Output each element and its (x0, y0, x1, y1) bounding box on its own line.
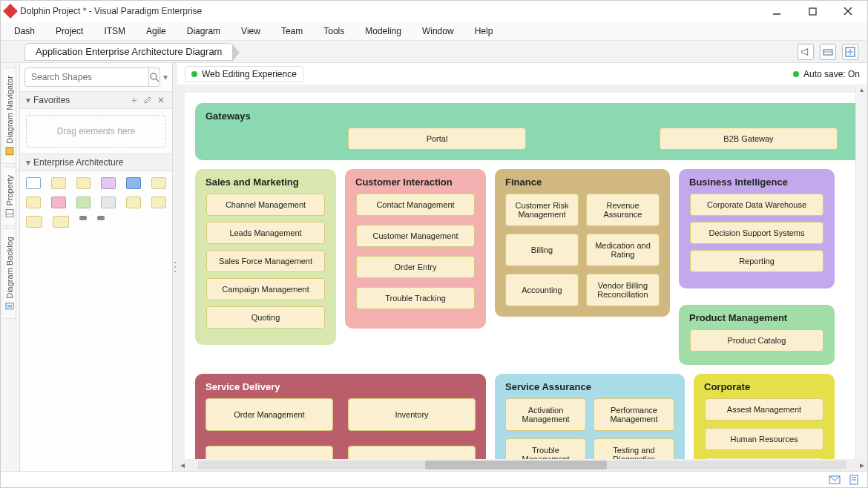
minimize-button[interactable] (766, 4, 787, 19)
mail-icon[interactable] (829, 474, 841, 486)
palette-shape[interactable] (126, 177, 141, 189)
gateway-item[interactable]: B2B Gateway (660, 128, 838, 150)
document-icon[interactable] (848, 474, 860, 486)
diagram-tab[interactable]: Application Enterprise Architecture Diag… (24, 43, 233, 61)
close-favorite-icon[interactable]: ✕ (156, 95, 166, 105)
menu-project[interactable]: Project (56, 26, 83, 36)
palette-shape[interactable] (26, 177, 41, 189)
finance-item[interactable]: Medication and Rating (586, 234, 660, 266)
scroll-thumb[interactable] (425, 461, 607, 469)
bi-item[interactable]: Reporting (690, 250, 823, 272)
menu-agile[interactable]: Agile (146, 26, 166, 36)
menu-window[interactable]: Window (422, 26, 454, 36)
group-product-management[interactable]: Product Management Product Catalog (679, 305, 835, 365)
delivery-item[interactable]: Service Image (206, 446, 333, 459)
gateway-item[interactable]: Portal (348, 128, 526, 150)
group-service-assurance[interactable]: Service Assurance Activation Management … (495, 374, 685, 459)
sales-item[interactable]: Channel Management (206, 194, 325, 216)
menu-modeling[interactable]: Modeling (365, 26, 401, 36)
palette-shape[interactable] (151, 177, 166, 189)
palette-shape[interactable] (26, 197, 41, 208)
delivery-item[interactable]: Inventory (348, 398, 476, 431)
new-diagram-icon[interactable] (842, 44, 858, 60)
canvas[interactable]: Gateways Portal B2B Gateway Sales and Ma… (185, 93, 855, 459)
sales-item[interactable]: Campaign Management (206, 278, 325, 300)
bi-item[interactable]: Corporate Data Warehouse (690, 194, 823, 216)
group-service-delivery[interactable]: Service Delivery Order Management Invent… (195, 374, 486, 459)
palette-shape[interactable] (126, 197, 141, 208)
editing-status[interactable]: Web Editing Experience (185, 66, 303, 82)
horizontal-scrollbar[interactable]: ◂ ▸ (177, 459, 867, 471)
group-business-intelligence[interactable]: Business Intelligence Corporate Data War… (679, 169, 835, 288)
side-tab-navigator[interactable]: Diagram Navigator (4, 67, 16, 164)
assurance-item[interactable]: Performance Management (594, 398, 674, 431)
customer-item[interactable]: Customer Management (356, 225, 475, 247)
palette-connector[interactable] (97, 216, 105, 220)
scroll-left-arrow[interactable]: ◂ (177, 460, 188, 470)
finance-item[interactable]: Revenue Assurance (586, 194, 660, 226)
delivery-item[interactable]: Order Management (206, 398, 333, 431)
maximize-button[interactable] (802, 4, 823, 19)
sales-item[interactable]: Sales Force Management (206, 250, 325, 272)
customer-item[interactable]: Order Entry (356, 256, 475, 278)
favorites-dropzone[interactable]: Drag elements here (26, 115, 166, 148)
corporate-item[interactable]: Tax and Regulatory (705, 458, 823, 459)
vertical-scrollbar[interactable]: ▴ (855, 85, 867, 459)
menu-itsm[interactable]: ITSM (104, 26, 125, 36)
delivery-item[interactable]: Assign and Design (348, 446, 476, 459)
group-finance[interactable]: Finance Customer Risk Management Revenue… (495, 169, 670, 317)
autosave-status[interactable]: Auto save: On (793, 69, 860, 79)
search-input[interactable] (24, 67, 149, 87)
menu-view[interactable]: View (241, 26, 260, 36)
menu-dash[interactable]: Dash (14, 26, 35, 36)
assurance-item[interactable]: Activation Management (505, 398, 586, 431)
sales-item[interactable]: Quoting (206, 306, 325, 329)
sales-item[interactable]: Leads Management (206, 222, 325, 244)
palette-connector[interactable] (79, 216, 87, 220)
palette-shape[interactable] (51, 197, 66, 208)
palette-header[interactable]: ▾ Enterprise Architecture (20, 154, 172, 171)
scroll-track[interactable] (198, 461, 846, 469)
assurance-item[interactable]: Testing and Diagnostics (594, 438, 674, 459)
palette-shape[interactable] (51, 177, 66, 189)
corporate-item[interactable]: Assest Management (705, 398, 823, 421)
palette-shape[interactable] (76, 177, 91, 189)
customer-item[interactable]: Trouble Tracking (356, 287, 475, 309)
palette-shape[interactable] (101, 197, 116, 208)
palette-shape[interactable] (26, 216, 42, 228)
group-sales-marketing[interactable]: Sales and Marketing Channel Management L… (195, 169, 336, 345)
scroll-up-arrow[interactable]: ▴ (856, 85, 867, 96)
palette-shape[interactable] (101, 177, 116, 189)
corporate-item[interactable]: Human Resources (705, 428, 823, 450)
menu-diagram[interactable]: Diagram (187, 26, 220, 36)
finance-item[interactable]: Vendor Billing Reconcillation (586, 274, 660, 306)
add-favorite-icon[interactable]: ＋ (129, 95, 139, 105)
scroll-right-arrow[interactable]: ▸ (857, 460, 867, 470)
group-customer-interaction[interactable]: Customer Interaction Contact Management … (345, 169, 486, 329)
customer-item[interactable]: Contact Management (356, 194, 475, 216)
product-item[interactable]: Product Catalog (690, 329, 823, 352)
finance-item[interactable]: Billing (505, 234, 579, 266)
palette-shape[interactable] (53, 216, 69, 228)
palette-shape[interactable] (76, 197, 91, 208)
edit-favorite-icon[interactable] (142, 95, 153, 105)
finance-item[interactable]: Accounting (505, 274, 579, 306)
menu-team[interactable]: Team (281, 26, 303, 36)
bi-item[interactable]: Decision Support Systems (690, 222, 823, 244)
canvas-scroll[interactable]: Gateways Portal B2B Gateway Sales and Ma… (177, 85, 855, 459)
group-gateways[interactable]: Gateways Portal B2B Gateway (195, 103, 855, 160)
side-tab-backlog[interactable]: Diagram Backlog (4, 228, 16, 319)
assurance-item[interactable]: Trouble Management (505, 438, 586, 459)
favorites-header[interactable]: ▾ Favorites ＋ ✕ (20, 91, 172, 109)
megaphone-icon[interactable] (798, 44, 814, 60)
search-button[interactable] (149, 67, 160, 87)
group-corporate[interactable]: Corporate Assest Management Human Resour… (694, 374, 835, 459)
menu-help[interactable]: Help (475, 26, 493, 36)
layout-icon[interactable] (820, 44, 836, 60)
side-tab-property[interactable]: Property (4, 167, 16, 226)
close-button[interactable] (838, 4, 858, 19)
finance-item[interactable]: Customer Risk Management (505, 194, 579, 226)
menu-tools[interactable]: Tools (323, 26, 344, 36)
palette-shape[interactable] (151, 197, 166, 208)
search-dropdown[interactable]: ▾ (163, 72, 168, 82)
